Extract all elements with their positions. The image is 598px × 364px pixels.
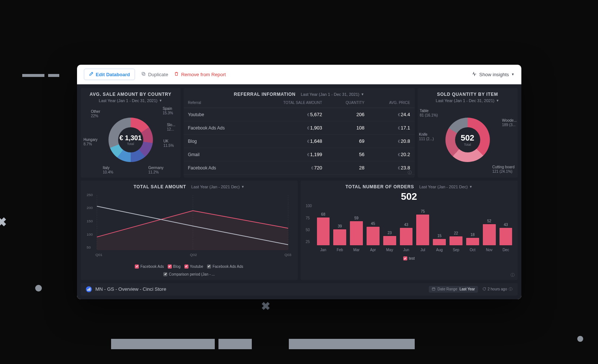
bg-decor — [218, 339, 252, 349]
chevron-down-icon: ▼ — [469, 185, 472, 189]
referral-table: Referral TOTAL SALE AMOUNT QUANTITY AVG.… — [184, 98, 415, 175]
pencil-icon — [89, 71, 94, 77]
bar-column[interactable]: 15Aug — [433, 234, 446, 252]
bar-rect — [317, 218, 330, 245]
date-range-selector[interactable]: Last Year (Jan 1 - Dec 31, 2021) ▼ — [99, 98, 162, 103]
bar-column[interactable]: 75Jul — [416, 209, 429, 252]
bar-column[interactable]: 22Sep — [450, 231, 462, 252]
bar-column[interactable]: 68Jan — [317, 212, 330, 252]
bar-value: 23 — [388, 231, 392, 235]
svg-rect-17 — [432, 288, 435, 290]
svg-rect-14 — [87, 289, 88, 291]
svg-rect-1 — [142, 73, 144, 75]
bar-label: Mar — [353, 248, 360, 252]
bg-decor — [22, 74, 44, 77]
legend-item-blog[interactable]: Blog — [168, 264, 181, 269]
table-row[interactable]: Gmail€1,19956€20.2 — [184, 148, 415, 161]
trash-icon — [174, 71, 179, 77]
svg-rect-0 — [143, 73, 145, 76]
legend-item-test[interactable]: test — [403, 256, 415, 260]
cell-total: €1,648 — [254, 135, 327, 148]
bar-column[interactable]: 52Nov — [483, 219, 496, 252]
bar-value: 45 — [371, 222, 375, 226]
pulse-icon — [472, 71, 477, 78]
donut-total-label: Total — [464, 143, 471, 146]
panel-title: AVG. SALE AMOUNT BY COUNTRY — [90, 92, 171, 97]
info-icon[interactable]: ⓘ — [509, 287, 512, 292]
bar-label: Feb — [337, 248, 343, 252]
col-header[interactable]: TOTAL SALE AMOUNT — [254, 98, 327, 108]
chevron-down-icon: ▼ — [159, 99, 162, 102]
dashboard-footer: MN - GS - Overview - Cinci Store Date Ra… — [81, 283, 518, 296]
bar-rect — [500, 228, 512, 245]
bar-column[interactable]: 23May — [383, 231, 396, 252]
bar-label: Sep — [453, 248, 460, 252]
bar-value: 59 — [354, 216, 358, 220]
svg-text:150: 150 — [87, 219, 93, 223]
dashboard-grid: AVG. SALE AMOUNT BY COUNTRY Last Year (J… — [77, 84, 521, 299]
bar-chart: 68Jan39Feb59Mar45Apr23May43Jun75Jul15Aug… — [306, 204, 512, 252]
panel-title: TOTAL SALE AMOUNT — [134, 184, 186, 189]
cell-total: €720 — [254, 161, 327, 175]
col-header[interactable]: AVG. PRICE — [369, 98, 414, 108]
refresh-timestamp[interactable]: 2 hours ago ⓘ — [482, 287, 512, 292]
bar-column[interactable]: 18Oct — [466, 233, 479, 252]
bar-column[interactable]: 43Jun — [400, 223, 413, 252]
date-range-selector[interactable]: Last Year (Jan - 2021 Dec) ▼ — [419, 185, 472, 189]
svg-text:Q01: Q01 — [95, 253, 102, 257]
legend-item-fb[interactable]: Facebook Ads — [135, 264, 164, 269]
date-range-pill[interactable]: Date Range Last Year — [429, 286, 478, 293]
cell-qty: 206 — [327, 108, 369, 121]
bar-label: Jan — [320, 248, 326, 252]
bar-label: Aug — [436, 248, 443, 252]
show-insights-button[interactable]: Show insights ▼ — [472, 71, 514, 78]
bar-label: Oct — [470, 248, 476, 252]
col-header[interactable]: QUANTITY — [327, 98, 369, 108]
panel-title: TOTAL NUMBER OF ORDERS — [345, 184, 414, 189]
info-icon[interactable]: ⓘ — [511, 272, 515, 278]
panel-sold-qty-item: SOLD QUANTITY BY ITEM Last Year (Jan 1 -… — [418, 88, 518, 178]
date-range-selector[interactable]: Last Year (Jan - 2021 Dec) ▼ — [191, 185, 245, 189]
table-row[interactable]: Facebook Ads€72028€23.8 — [184, 161, 415, 175]
donut-total-label: Total — [127, 142, 134, 146]
legend-item-comp[interactable]: Comparison period (Jan - ... — [84, 272, 294, 276]
bar-rect — [400, 228, 413, 245]
bg-decor: ✖ — [261, 300, 270, 313]
cell-avg: €20.2 — [369, 148, 414, 161]
col-header[interactable]: Referral — [184, 98, 254, 108]
cell-avg: €17.1 — [369, 121, 414, 135]
bar-column[interactable]: 43Dec — [500, 223, 512, 252]
bar-column[interactable]: 45Apr — [367, 222, 380, 252]
copy-icon — [141, 71, 146, 77]
table-row[interactable]: Facebook Ads Ads€1,903108€17.1 — [184, 121, 415, 135]
bar-column[interactable]: 39Feb — [333, 224, 346, 252]
donut-chart-country: € 1,301 Total — [108, 118, 153, 162]
legend-item-fb2[interactable]: Facebook Ads Ads — [207, 264, 243, 269]
cell-name: Facebook Ads Ads — [184, 121, 254, 135]
toolbar: Edit Databoard Duplicate Remove from Rep… — [77, 65, 521, 84]
donut-total-value: € 1,301 — [119, 134, 141, 142]
panel-referral-info: REFERRAL INFORMATION Last Year (Jan 1 - … — [184, 88, 415, 178]
table-row[interactable]: Youtube€5,672206€24.4 — [184, 108, 415, 121]
info-icon[interactable]: ⓘ — [408, 170, 412, 175]
date-range-selector[interactable]: Last Year (Jan 1 - Dec 31, 2021) ▼ — [301, 92, 364, 97]
bar-value: 52 — [487, 219, 491, 223]
edit-databoard-button[interactable]: Edit Databoard — [84, 68, 135, 80]
bar-value: 22 — [454, 231, 458, 235]
cell-qty: 56 — [327, 148, 369, 161]
remove-button[interactable]: Remove from Report — [174, 71, 226, 77]
legend-item-yt[interactable]: Youtube — [184, 264, 203, 269]
orders-total: 502 — [301, 190, 518, 204]
cell-name: Youtube — [184, 108, 254, 121]
bar-value: 39 — [338, 224, 342, 228]
date-range-selector[interactable]: Last Year (Jan 1 - Dec 31, 2021) ▼ — [436, 98, 499, 103]
panel-total-orders: TOTAL NUMBER OF ORDERS Last Year (Jan - … — [301, 181, 518, 280]
donut-total-value: 502 — [461, 133, 474, 143]
duplicate-button[interactable]: Duplicate — [141, 71, 168, 77]
svg-text:200: 200 — [87, 206, 93, 210]
table-row[interactable]: Blog€1,64869€20.8 — [184, 135, 415, 148]
bar-label: Dec — [502, 248, 509, 252]
bar-column[interactable]: 59Mar — [350, 216, 363, 252]
bar-value: 18 — [471, 233, 475, 237]
edit-label: Edit Databoard — [96, 72, 130, 77]
